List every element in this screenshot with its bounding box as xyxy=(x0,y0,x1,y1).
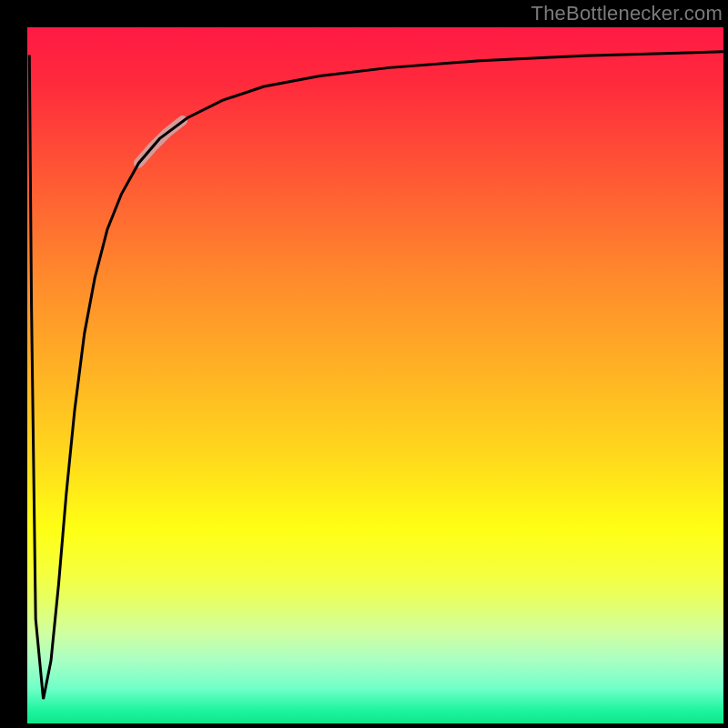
main-curve xyxy=(29,52,723,699)
chart-frame: TheBottlenecker.com xyxy=(0,0,728,728)
watermark-label: TheBottlenecker.com xyxy=(531,2,723,25)
plot-area xyxy=(27,27,723,723)
curve-svg xyxy=(27,27,723,723)
